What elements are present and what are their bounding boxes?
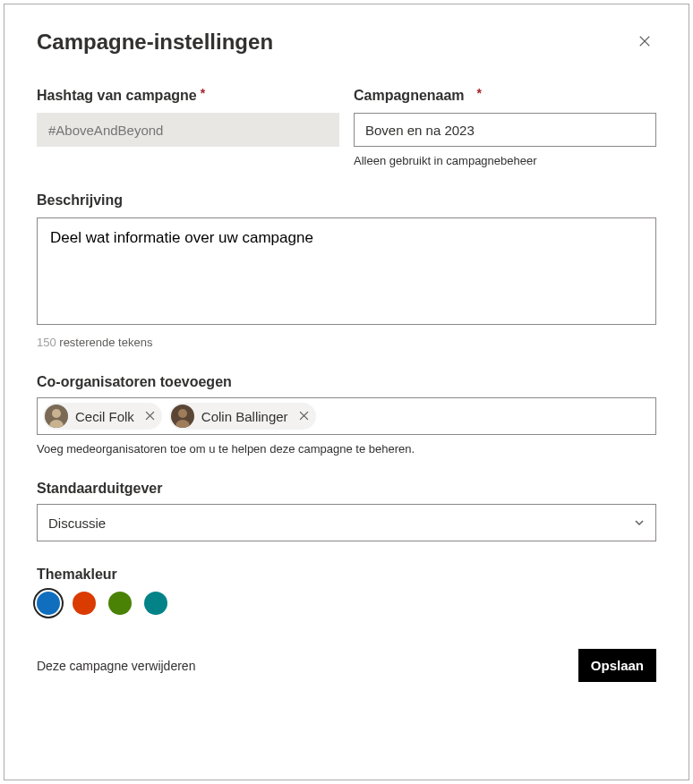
- chip-name: Cecil Folk: [75, 409, 134, 424]
- chip-name: Colin Ballinger: [201, 409, 288, 424]
- theme-color-swatch[interactable]: [144, 592, 167, 615]
- svg-point-3: [52, 409, 61, 418]
- theme-color-swatch[interactable]: [73, 592, 96, 615]
- description-label: Beschrijving: [37, 192, 656, 209]
- theme-color-row: [37, 592, 656, 615]
- description-textarea[interactable]: Deel wat informatie over uw campagne: [37, 217, 656, 325]
- remove-person-button[interactable]: [297, 408, 311, 425]
- hashtag-label: Hashtag van campagne *: [37, 88, 339, 104]
- hashtag-label-text: Hashtag van campagne: [37, 88, 197, 104]
- campaign-name-label-text: Campagnenaam: [354, 88, 465, 104]
- char-count-suffix: resterende tekens: [56, 336, 153, 349]
- close-icon: [637, 35, 653, 53]
- campaign-name-input[interactable]: [354, 113, 656, 147]
- close-button[interactable]: [633, 30, 656, 57]
- dialog-header: Campagne-instellingen: [37, 30, 656, 57]
- co-organizers-help: Voeg medeorganisatoren toe om u te helpe…: [37, 442, 656, 456]
- person-chip: Cecil Folk: [43, 403, 162, 430]
- publisher-select[interactable]: Discussie: [37, 504, 656, 541]
- name-row: Hashtag van campagne * Campagnenaam * Al…: [37, 88, 656, 167]
- hashtag-input: [37, 113, 339, 147]
- campaign-name-hint: Alleen gebruikt in campagnebeheer: [354, 154, 656, 167]
- avatar: [171, 405, 194, 428]
- publisher-label: Standaarduitgever: [37, 481, 656, 497]
- publisher-section: Standaarduitgever Discussie: [37, 481, 656, 541]
- campaign-name-field: Campagnenaam * Alleen gebruikt in campag…: [354, 88, 656, 167]
- co-organizers-picker[interactable]: Cecil Folk Colin Ballinger: [37, 397, 656, 435]
- required-asterisk-icon: *: [477, 86, 482, 100]
- chevron-down-icon: [634, 516, 645, 531]
- save-button[interactable]: Opslaan: [578, 649, 656, 682]
- theme-label: Themakleur: [37, 567, 656, 583]
- person-chip: Colin Ballinger: [169, 403, 316, 430]
- remove-person-button[interactable]: [143, 408, 157, 425]
- campaign-settings-dialog: Campagne-instellingen Hashtag van campag…: [4, 4, 689, 780]
- dialog-title: Campagne-instellingen: [37, 30, 273, 55]
- close-icon: [145, 410, 155, 423]
- svg-point-8: [178, 409, 187, 418]
- theme-section: Themakleur: [37, 567, 656, 615]
- co-organizers-section: Co-organisatoren toevoegen Cecil Folk Co…: [37, 374, 656, 456]
- delete-campaign-button[interactable]: Deze campagne verwijderen: [37, 659, 195, 673]
- theme-color-swatch[interactable]: [108, 592, 132, 615]
- publisher-selected-value: Discussie: [48, 516, 106, 531]
- char-count: 150 resterende tekens: [37, 336, 656, 349]
- theme-color-swatch[interactable]: [37, 592, 60, 615]
- close-icon: [299, 410, 309, 423]
- dialog-footer: Deze campagne verwijderen Opslaan: [37, 649, 656, 682]
- char-count-number: 150: [37, 336, 56, 349]
- co-organizers-label: Co-organisatoren toevoegen: [37, 374, 656, 390]
- avatar: [45, 405, 68, 428]
- campaign-name-label: Campagnenaam *: [354, 88, 656, 104]
- required-asterisk-icon: *: [201, 86, 205, 100]
- hashtag-field: Hashtag van campagne *: [37, 88, 339, 167]
- description-section: Beschrijving Deel wat informatie over uw…: [37, 192, 656, 349]
